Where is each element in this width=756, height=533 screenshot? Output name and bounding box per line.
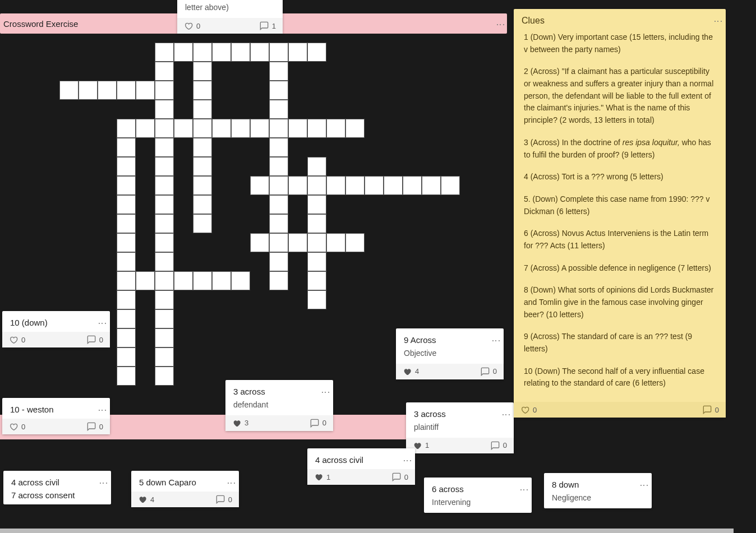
card-title: 8 down bbox=[552, 480, 638, 489]
comment-count: 1 bbox=[272, 22, 276, 30]
heart-icon[interactable] bbox=[520, 405, 529, 414]
card-6-across[interactable]: 6 across Intervening ⋮ bbox=[424, 478, 532, 513]
card-body: Intervening bbox=[432, 497, 518, 508]
menu-icon[interactable]: ⋮ bbox=[98, 478, 105, 487]
card-9-across[interactable]: 9 Across Objective ⋮ 4 0 bbox=[396, 328, 504, 379]
page-title: Crossword Exercise bbox=[3, 19, 78, 29]
comment-icon[interactable] bbox=[703, 405, 712, 414]
clues-panel[interactable]: Clues ⋮ 1 (Down) Very important case (15… bbox=[514, 9, 726, 418]
card-title: 3 across bbox=[414, 409, 500, 419]
menu-icon[interactable]: ⋮ bbox=[96, 405, 104, 414]
heart-icon[interactable] bbox=[9, 335, 18, 344]
menu-icon[interactable]: ⋮ bbox=[96, 318, 104, 327]
comment-icon[interactable] bbox=[260, 21, 269, 30]
card-body: plaintiff bbox=[414, 422, 500, 433]
clue-item: 4 (Across) Tort is a ??? wrong (5 letter… bbox=[524, 171, 716, 183]
card-3-across-plaintiff[interactable]: 3 across plaintiff ⋮ 1 0 bbox=[406, 402, 514, 453]
menu-icon[interactable]: ⋮ bbox=[712, 16, 720, 25]
heart-icon[interactable] bbox=[314, 472, 323, 481]
menu-icon[interactable]: ⋮ bbox=[320, 387, 328, 396]
heart-icon[interactable] bbox=[403, 367, 412, 376]
menu-icon[interactable]: ⋮ bbox=[638, 480, 646, 489]
card-title: 10 - weston bbox=[10, 405, 96, 414]
heart-icon[interactable] bbox=[184, 21, 193, 30]
card-title: 5 down Caparo bbox=[139, 478, 225, 487]
clues-body: 1 (Down) Very important case (15 letters… bbox=[514, 26, 726, 402]
card-title: 4 across civil bbox=[315, 455, 402, 465]
clue-item: 10 (Down) The second half of a very infl… bbox=[524, 365, 716, 390]
menu-icon[interactable]: ⋮ bbox=[225, 478, 233, 487]
card-title: 3 across bbox=[233, 387, 320, 396]
partial-text: letter above) bbox=[185, 3, 229, 12]
comment-icon[interactable] bbox=[491, 441, 500, 450]
menu-icon[interactable]: ⋮ bbox=[495, 19, 507, 29]
comment-icon[interactable] bbox=[310, 419, 319, 428]
heart-icon[interactable] bbox=[232, 419, 241, 428]
like-count: 4 bbox=[415, 367, 419, 376]
comment-count: 0 bbox=[493, 367, 497, 376]
comment-icon[interactable] bbox=[392, 472, 401, 481]
comment-count: 0 bbox=[99, 423, 103, 431]
card-5-caparo[interactable]: 5 down Caparo ⋮ 4 0 bbox=[131, 471, 239, 507]
menu-icon[interactable]: ⋮ bbox=[402, 455, 409, 465]
clue-item: 6 (Across) Novus Actus Interveniens is t… bbox=[524, 228, 716, 252]
comment-icon[interactable] bbox=[481, 367, 490, 376]
like-count: 1 bbox=[425, 441, 429, 449]
card-title: 6 across bbox=[432, 484, 518, 494]
like-count: 4 bbox=[150, 495, 154, 504]
like-count: 1 bbox=[326, 473, 330, 481]
card-line2: 7 across consent bbox=[11, 490, 98, 500]
heart-icon[interactable] bbox=[138, 495, 147, 504]
clue-item: 8 (Down) What sorts of opinions did Lord… bbox=[524, 284, 716, 321]
comment-count: 0 bbox=[322, 419, 326, 427]
scrollbar-horizontal[interactable] bbox=[0, 529, 734, 533]
card-10-down[interactable]: 10 (down) ⋮ 0 0 bbox=[2, 311, 110, 347]
heart-icon[interactable] bbox=[9, 422, 18, 431]
card-3-across-defendant[interactable]: 3 across defendant ⋮ 3 0 bbox=[225, 380, 333, 431]
clue-item: 7 (Across) A possible defence in neglige… bbox=[524, 262, 716, 275]
comment-count: 0 bbox=[99, 336, 103, 344]
comment-count: 0 bbox=[715, 406, 719, 414]
menu-icon[interactable]: ⋮ bbox=[490, 335, 498, 345]
clue-item: 3 (Across) In the doctrine of res ipsa l… bbox=[524, 137, 716, 161]
clue-item: 5. (Down) Complete this case name from 1… bbox=[524, 193, 716, 217]
comment-count: 0 bbox=[228, 495, 232, 504]
comment-count: 0 bbox=[503, 441, 507, 449]
menu-icon[interactable]: ⋮ bbox=[500, 409, 508, 419]
like-count: 0 bbox=[196, 22, 200, 30]
card-8-down[interactable]: 8 down Negligence ⋮ bbox=[544, 473, 652, 508]
menu-icon[interactable]: ⋮ bbox=[518, 484, 526, 494]
like-count: 0 bbox=[21, 336, 25, 344]
card-line1: 4 across civil bbox=[11, 478, 98, 487]
card-4-across-civil[interactable]: 4 across civil ⋮ 1 0 bbox=[307, 448, 415, 485]
comment-icon[interactable] bbox=[87, 335, 96, 344]
comment-icon[interactable] bbox=[87, 422, 96, 431]
card-body: Negligence bbox=[552, 493, 638, 504]
card-10-weston[interactable]: 10 - weston ⋮ 0 0 bbox=[2, 398, 110, 434]
comment-icon[interactable] bbox=[216, 495, 225, 504]
card-title: 10 (down) bbox=[10, 318, 96, 327]
card-partial-top[interactable]: letter above) 0 1 bbox=[177, 0, 283, 34]
clues-title: Clues bbox=[522, 16, 712, 26]
card-title: 9 Across bbox=[404, 335, 490, 345]
comment-count: 0 bbox=[404, 473, 408, 481]
like-count: 0 bbox=[533, 406, 537, 414]
clue-item: 2 (Across) "If a claimant has a particul… bbox=[524, 66, 716, 126]
like-count: 3 bbox=[245, 419, 248, 427]
clue-item: 9 (Across) The standard of care is an ??… bbox=[524, 331, 716, 355]
card-body: Objective bbox=[404, 348, 490, 359]
card-body: defendant bbox=[233, 400, 320, 411]
card-4-7-combo[interactable]: 4 across civil 7 across consent ⋮ bbox=[3, 471, 111, 504]
clue-item: 1 (Down) Very important case (15 letters… bbox=[524, 31, 716, 55]
like-count: 0 bbox=[21, 423, 25, 431]
